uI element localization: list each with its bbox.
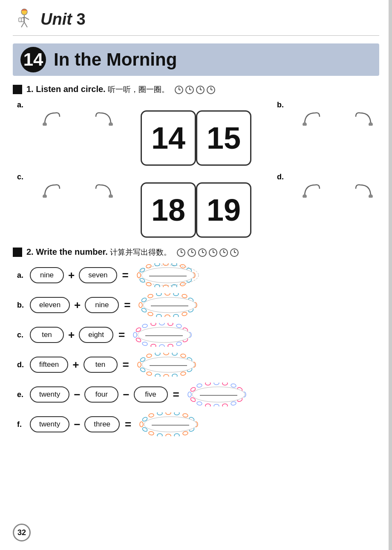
clock-icon-2 (185, 85, 194, 95)
unit-label: Unit 3 (40, 10, 86, 29)
eq-c-label: c. (17, 331, 26, 340)
eq-e-equals: = (173, 388, 179, 401)
eq-a-word2: seven (79, 267, 117, 283)
svg-point-71 (173, 293, 179, 296)
svg-point-106 (164, 353, 169, 355)
svg-point-132 (214, 404, 219, 406)
toothed-oval-f (136, 412, 205, 436)
eq-a-equals: = (122, 269, 129, 282)
group-d-label: d. (277, 173, 392, 181)
svg-point-151 (157, 434, 162, 436)
equation-row-e: e. twenty − four − five = (17, 383, 379, 406)
card-a-2: 15 (196, 110, 251, 166)
eq-b-op1: + (74, 299, 81, 312)
eq-b-word1: eleven (30, 297, 70, 313)
svg-point-62 (146, 282, 151, 286)
eq-d-word1: fifteen (30, 357, 68, 373)
eq-b-label: b. (17, 301, 26, 310)
card-pair-d: 21 26 (277, 182, 392, 238)
svg-point-96 (159, 345, 164, 347)
lesson-title: In the Morning (54, 49, 177, 70)
svg-point-123 (205, 383, 210, 385)
eq-c-equals: = (118, 328, 125, 342)
eq-b-equals: = (124, 299, 130, 312)
svg-point-116 (146, 371, 152, 376)
eq-a-label: a. (17, 271, 26, 280)
svg-point-118 (138, 362, 141, 367)
svg-point-97 (151, 344, 156, 347)
card-pair-b: 16 17 (277, 110, 392, 166)
svg-point-25 (109, 194, 113, 198)
eq-a-answer[interactable] (134, 263, 202, 287)
svg-point-94 (176, 342, 182, 346)
group-a-label: a. (17, 101, 251, 109)
svg-point-51 (155, 263, 160, 266)
eq-f-answer[interactable] (136, 412, 205, 436)
svg-point-155 (144, 417, 197, 432)
card-c-2: 19 (196, 182, 251, 238)
svg-point-137 (192, 387, 245, 402)
svg-point-77 (173, 314, 179, 317)
svg-point-70 (165, 293, 170, 295)
eq-e-op2: − (123, 388, 129, 401)
equation-row-c: c. ten + eight = (17, 323, 379, 347)
svg-point-20 (43, 122, 47, 126)
toothed-oval-e (184, 383, 253, 406)
eq-e-answer[interactable] (184, 383, 253, 406)
hanger-a (17, 110, 141, 126)
card-pair-c: 18 19 (17, 182, 251, 238)
clock-icon-3 (196, 85, 205, 95)
eq-b-answer[interactable] (135, 293, 204, 317)
eq-e-word1: twenty (30, 386, 69, 403)
svg-line-4 (21, 22, 24, 27)
section2-label: 2. Write the number. 计算并写出得数。 (26, 247, 239, 257)
svg-point-125 (222, 383, 228, 385)
toothed-oval-d (134, 353, 202, 377)
eq-d-answer[interactable] (134, 353, 202, 377)
eq-a-word1: nine (30, 267, 64, 283)
card-c-1: 18 (141, 182, 196, 238)
svg-point-100 (133, 332, 137, 337)
svg-point-131 (222, 404, 228, 406)
page-badge: 32 (13, 524, 31, 541)
svg-point-90 (176, 324, 182, 328)
eq-e-word3: five (134, 386, 168, 403)
svg-point-83 (143, 297, 196, 313)
card-group-d: d. 21 26 (277, 173, 392, 238)
svg-point-150 (166, 434, 171, 436)
header: Unit 3 (0, 0, 392, 35)
svg-line-3 (24, 17, 29, 20)
eq-e-op1: − (74, 388, 80, 401)
clock-icon-1 (174, 85, 184, 95)
equation-row-a: a. nine + seven = (17, 263, 379, 287)
svg-point-21 (109, 122, 113, 126)
svg-point-141 (157, 412, 162, 415)
eq-b-word2: nine (85, 297, 119, 313)
svg-point-105 (155, 353, 160, 355)
equation-row-d: d. fifteen + ten = (17, 353, 379, 377)
section2-header: 2. Write the number. 计算并写出得数。 (13, 247, 379, 257)
footer: 32 (13, 524, 31, 541)
svg-point-53 (172, 263, 177, 266)
svg-point-98 (142, 342, 148, 346)
hanger-d (277, 182, 392, 198)
svg-point-104 (146, 354, 152, 358)
svg-point-148 (183, 431, 188, 435)
group-b-label: b. (277, 101, 392, 109)
svg-point-143 (174, 412, 179, 415)
eq-c-answer[interactable] (130, 323, 198, 347)
eq-f-equals: = (125, 418, 131, 431)
svg-point-113 (172, 374, 177, 377)
eq-a-op1: + (68, 269, 75, 282)
toothed-oval-b (135, 293, 204, 317)
eq-f-op1: − (74, 418, 80, 431)
svg-point-88 (159, 323, 164, 325)
equation-row-f: f. twenty − three = (17, 412, 379, 436)
eq-d-word2: ten (84, 357, 118, 373)
eq-d-op1: + (72, 358, 79, 371)
title-banner: 14 In the Morning (13, 43, 379, 76)
svg-point-72 (182, 294, 187, 298)
svg-point-76 (182, 312, 187, 316)
svg-point-86 (142, 324, 148, 328)
svg-point-119 (142, 357, 195, 372)
